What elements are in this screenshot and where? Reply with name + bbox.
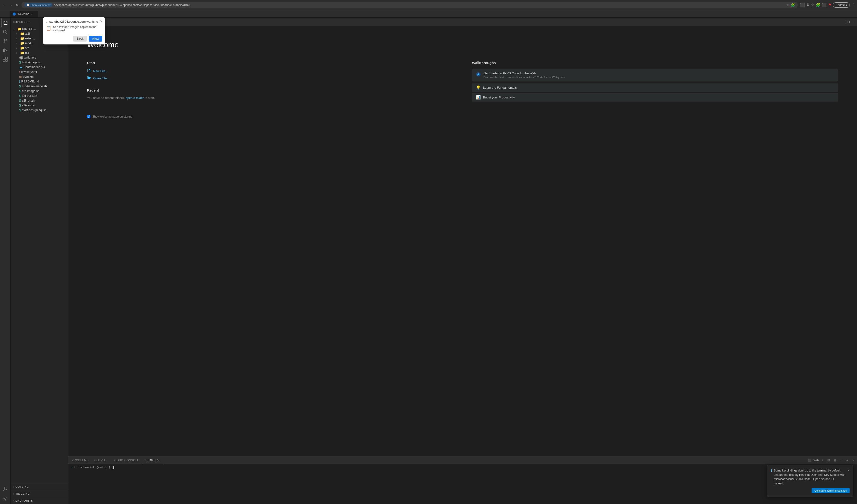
svg-point-2 [4, 39, 5, 40]
add-terminal-button[interactable]: + [820, 458, 825, 463]
tree-item-build-image[interactable]: $ build-image.sh [11, 60, 68, 65]
outline-panel: › OUTLINE [11, 483, 68, 490]
back-button[interactable]: ← [2, 2, 7, 7]
tree-item-devfile[interactable]: ! devfile.yaml [11, 69, 68, 74]
address-bar[interactable]: 📋 Share clipboard? devspaces.apps.cluste… [21, 2, 798, 9]
maximize-panel-button[interactable]: ∧ [844, 458, 850, 463]
walkthrough-productivity-item[interactable]: 📊 Boost your Productivity [472, 93, 838, 102]
walkthrough-fundamentals-item[interactable]: 💡 Learn the Fundamentals [472, 83, 838, 92]
endpoints-panel: › ENDPOINTS [11, 497, 68, 504]
tree-item-s2i-build[interactable]: $ s2i-build.sh [11, 94, 68, 98]
permission-popup: ....sandbox2894.opentlc.com wants to × 📋… [43, 17, 105, 45]
more-actions-icon[interactable]: ⋯ [851, 20, 855, 24]
notification-close-button[interactable]: × [847, 468, 850, 473]
startup-checkbox[interactable] [87, 115, 90, 118]
walkthrough-featured-item[interactable]: Get Started with VS Code for the Web Dis… [472, 69, 838, 82]
split-editor-icon[interactable]: ⊟ [847, 20, 850, 24]
start-section-title: Start [87, 61, 453, 65]
activity-source-control-icon[interactable] [1, 37, 10, 46]
recent-section-title: Recent [87, 88, 453, 92]
tree-item-util[interactable]: › 📁 util [11, 50, 68, 55]
tree-item-containerfile[interactable]: ☁ Containerfile.s2i [11, 65, 68, 69]
download-icon[interactable]: ⬇ [806, 3, 809, 7]
xml-icon: ◎ [19, 75, 22, 79]
tree-item-s2i-test[interactable]: $ s2i-test.sh [11, 103, 68, 108]
sidebar: EXPLORER ⋯ ▾ 📁 KINTCH... › 📁 .s2i › 📁 ex… [11, 18, 68, 504]
walkthrough-featured-text: Get Started with VS Code for the Web Dis… [484, 71, 566, 79]
popup-domain-text: ....sandbox2894.opentlc.com wants to [46, 20, 98, 23]
welcome-columns: Start New File... Open File... Recent [87, 61, 838, 103]
tab-close-icon[interactable]: × [31, 13, 32, 16]
open-file-link[interactable]: Open File... [87, 76, 453, 81]
activity-explorer-icon[interactable] [1, 19, 10, 27]
reload-button[interactable]: ↻ [14, 2, 20, 7]
dollar-icon: $ [19, 108, 21, 112]
tree-item-run-base-image[interactable]: $ run-base-image.sh [11, 84, 68, 89]
split-terminal-button[interactable]: ⊟ [826, 458, 831, 463]
flag-icon[interactable]: ⚑ [828, 3, 831, 7]
browser-nav: ← → ↻ [2, 2, 20, 7]
folder-icon: 📁 [20, 46, 24, 50]
svg-line-1 [6, 33, 7, 34]
startup-checkbox-container: Show welcome page on startup [87, 115, 838, 118]
more-terminal-button[interactable]: ⋯ [838, 458, 844, 463]
notification-text: Some keybindings don't go to the termina… [774, 468, 845, 486]
cast-icon[interactable]: ⬛ [822, 3, 827, 7]
terminal-content[interactable]: ○ kintchensink (main) $ [68, 464, 857, 504]
tree-item-readme[interactable]: ℹ README.md [11, 79, 68, 84]
terminal-icon: ⬛ [808, 458, 811, 462]
panel-tab-terminal[interactable]: TERMINAL [142, 456, 163, 464]
activity-account-icon[interactable] [1, 484, 10, 493]
editor-tabs: ⊟ ⋯ [68, 18, 857, 26]
bookmark-icon[interactable]: ☆ [786, 3, 789, 7]
activity-search-icon[interactable] [1, 28, 10, 36]
allow-button[interactable]: Allow [89, 36, 102, 41]
notification-actions: Configure Terminal Settings [771, 488, 850, 493]
activity-run-icon[interactable] [1, 46, 10, 54]
open-folder-link[interactable]: open a folder [125, 96, 144, 100]
svg-rect-9 [3, 60, 5, 62]
extensions-icon[interactable]: 🧩 [791, 3, 795, 7]
lightbulb-icon: 💡 [476, 85, 481, 90]
activity-settings-icon[interactable] [1, 494, 10, 503]
walkthroughs-col: Walkthroughs Get Started with VS Code fo… [472, 61, 838, 103]
file-tree: ▾ 📁 KINTCH... › 📁 .s2i › 📁 exten... › 📁 … [11, 26, 68, 483]
tree-item-pom[interactable]: ◎ pom.xml [11, 74, 68, 79]
svg-point-11 [4, 487, 6, 489]
startup-checkbox-label[interactable]: Show welcome page on startup [92, 115, 132, 118]
tree-item-run-image[interactable]: $ run-image.sh [11, 89, 68, 94]
endpoints-panel-header[interactable]: › ENDPOINTS [11, 498, 68, 503]
popup-close-button[interactable]: × [100, 20, 102, 23]
puzzle-icon[interactable]: 🧩 [816, 3, 820, 7]
forward-button[interactable]: → [8, 2, 13, 7]
kill-terminal-button[interactable]: 🗑 [832, 458, 837, 463]
update-button[interactable]: Update ▾ [833, 2, 850, 7]
chevron-right-icon: › [13, 485, 15, 488]
tab-favicon: 🔵 [13, 13, 16, 16]
browser-tab[interactable]: 🔵 Welcome × [10, 11, 38, 17]
activity-extensions-icon[interactable] [1, 55, 10, 64]
tree-item-start-postgresql[interactable]: $ start-postgresql.sh [11, 108, 68, 113]
tree-item-src[interactable]: › 📁 src [11, 46, 68, 50]
share-clipboard-chip[interactable]: 📋 Share clipboard? [24, 3, 52, 7]
dollar-icon: $ [19, 99, 21, 102]
close-panel-button[interactable]: × [851, 458, 856, 463]
svg-point-0 [3, 30, 6, 33]
tree-item-s2i-run[interactable]: $ s2i-run.sh [11, 98, 68, 103]
block-button[interactable]: Block [73, 36, 87, 41]
timeline-panel-header[interactable]: › TIMELINE [11, 491, 68, 496]
tree-item-gitignore[interactable]: 🔘 .gitignore [11, 55, 68, 60]
terminal-circle-icon: ○ [71, 466, 72, 469]
chevron-right-icon: › [16, 47, 19, 49]
menu-dots-icon[interactable]: ⋮ [851, 3, 855, 7]
panel-tab-debug-console[interactable]: DEBUG CONSOLE [110, 456, 142, 464]
new-file-link[interactable]: New File... [87, 69, 453, 73]
profile-icon[interactable]: ⬛ [800, 2, 805, 7]
panel-tab-output[interactable]: OUTPUT [91, 456, 110, 464]
chart-icon: 📊 [476, 95, 481, 100]
dollar-icon: $ [19, 61, 21, 64]
star-icon[interactable]: ☆ [811, 3, 814, 7]
configure-terminal-button[interactable]: Configure Terminal Settings [811, 488, 850, 493]
panel-tab-problems[interactable]: PROBLEMS [69, 456, 91, 464]
outline-panel-header[interactable]: › OUTLINE [11, 484, 68, 489]
